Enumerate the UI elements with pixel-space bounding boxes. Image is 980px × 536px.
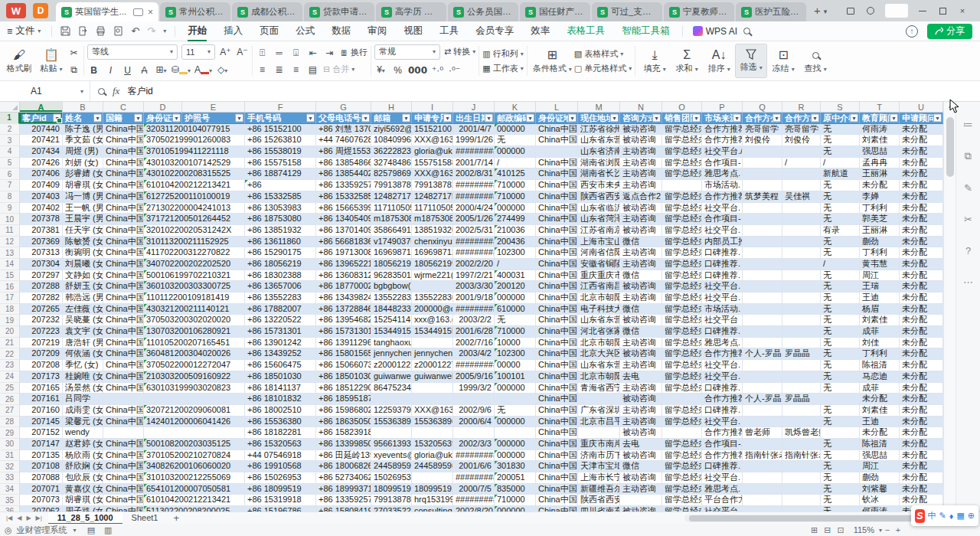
name-box[interactable]: A1 ▾ <box>0 81 90 101</box>
cell[interactable]: 刘妍 (女) <box>63 158 103 169</box>
cell[interactable]: China中国 <box>536 383 578 394</box>
cell[interactable] <box>743 293 782 304</box>
cell[interactable]: 340702200202202520 <box>144 259 245 270</box>
cell[interactable]: 黄韦慧 <box>860 259 900 270</box>
cell[interactable] <box>743 338 782 349</box>
row-header-17[interactable]: 17 <box>0 293 20 304</box>
table-style-button[interactable]: ▧ 表格样式 ▾ <box>574 48 632 60</box>
cell[interactable] <box>782 304 821 315</box>
cell[interactable]: 留学总经办 <box>662 326 702 338</box>
cell[interactable]: 未分配 <box>900 439 943 450</box>
cell[interactable]: 被动咨询 <box>620 348 662 360</box>
cell[interactable]: 留学总经办 <box>662 270 702 282</box>
plugin-icon[interactable]: ◎ <box>5 525 12 535</box>
cell[interactable]: 社交平台. <box>702 417 743 428</box>
cell[interactable]: 梁馨元 (女 <box>63 417 103 428</box>
cell[interactable]: 北京市朝阳 <box>578 338 620 349</box>
cell[interactable]: 留学总经办 <box>662 146 702 158</box>
cell[interactable]: +86 1580841990 <box>316 506 371 511</box>
cell[interactable]: 无 <box>495 405 536 417</box>
column-header-L[interactable]: L <box>536 102 578 113</box>
cell[interactable]: +86 15319918 <box>245 495 316 506</box>
number-format-select[interactable]: 常规▾ <box>374 44 440 60</box>
filter-header-cell[interactable]: 销售团队▼ <box>662 113 702 124</box>
cell[interactable]: 留学总经办 <box>662 281 702 293</box>
cell[interactable]: 口碑推荐. <box>702 270 743 282</box>
cell[interactable]: 2002/8/20 <box>453 506 495 511</box>
cell[interactable] <box>144 427 245 439</box>
cell[interactable]: 124827175 <box>371 191 412 203</box>
cell[interactable]: 留学总经办 <box>662 191 702 203</box>
cell[interactable]: 835000 <box>495 484 536 495</box>
cell[interactable]: 留学总经办 <box>662 439 702 450</box>
next-sheet-icon[interactable]: ▶ <box>26 515 31 521</box>
cell[interactable]: 未分配 <box>900 461 943 472</box>
cell[interactable] <box>412 338 453 349</box>
cell[interactable]: China中国 <box>103 506 144 511</box>
cell[interactable]: 130703200106280921 <box>144 326 245 338</box>
format-painter-button[interactable]: 🖌 格式刷 <box>3 44 35 78</box>
cell[interactable]: 612725200110100019 <box>144 191 245 203</box>
cell[interactable] <box>821 427 860 439</box>
cell[interactable]: +86 1370140948 <box>316 225 371 237</box>
cell[interactable]: 被动咨询 <box>620 315 662 326</box>
cell[interactable]: China中国 <box>103 293 144 304</box>
cell[interactable]: 135522836 <box>412 293 453 304</box>
document-tab[interactable]: S成都公积金.xlsx <box>232 2 302 21</box>
cell[interactable]: xxx@163.c <box>412 315 453 326</box>
cell[interactable]: / <box>495 259 536 270</box>
cell[interactable]: 汤景然 (女 <box>63 383 103 394</box>
cell[interactable]: 117110505 <box>371 203 412 214</box>
cell[interactable] <box>495 427 536 439</box>
cell[interactable] <box>743 383 782 394</box>
menu-tab-2[interactable]: 插入 <box>215 21 251 41</box>
cell[interactable]: 无 <box>821 203 860 214</box>
cell[interactable] <box>412 394 453 405</box>
menu-tab-9[interactable]: 会员专享 <box>467 21 522 41</box>
cell[interactable]: 重庆市南岸 <box>578 439 620 450</box>
increase-font-icon[interactable]: A⁺ <box>219 45 232 59</box>
sogou-logo-icon[interactable]: S <box>915 509 925 523</box>
cell[interactable]: 陈子逸 (男 <box>63 124 103 136</box>
menu-tab-5[interactable]: 数据 <box>323 21 359 41</box>
filter-header-cell[interactable]: 邮箱▼ <box>371 113 412 124</box>
ime-mic-icon[interactable]: ♦ <box>949 511 954 521</box>
cell[interactable]: +86 1335925706 <box>316 180 371 191</box>
cell[interactable] <box>782 506 821 511</box>
sort-button[interactable]: A↓ 排序 ▾ <box>703 44 735 78</box>
cell[interactable]: xyevents@ <box>371 450 412 462</box>
tab-close-icon[interactable]: × <box>148 7 153 18</box>
cell[interactable]: z20001227 <box>412 360 453 371</box>
cell[interactable]: China中国 <box>103 371 144 383</box>
cell[interactable]: 207161 <box>20 394 63 405</box>
row-header-3[interactable]: 3 <box>0 135 20 146</box>
cell[interactable]: 未分配 <box>900 225 943 237</box>
cell[interactable]: 180995191 <box>412 484 453 495</box>
cell[interactable]: 000000 <box>495 146 536 158</box>
cell[interactable] <box>782 472 821 484</box>
cell[interactable]: 社交平台. <box>702 225 743 237</box>
cell[interactable]: 00000 <box>495 360 536 371</box>
cell[interactable] <box>782 461 821 472</box>
cell[interactable]: 未分配 <box>900 371 943 383</box>
filter-header-cell[interactable]: 现住地址▼ <box>578 113 620 124</box>
menu-tab-12[interactable]: 智能工具箱 <box>613 21 678 41</box>
cell[interactable]: 000000 <box>495 506 536 511</box>
document-tab[interactable]: S贷款申请信息.xlsx <box>304 2 374 21</box>
cell[interactable]: China中国 <box>103 259 144 270</box>
cell[interactable]: 370105200210270824 <box>144 450 245 462</box>
cell[interactable] <box>743 461 782 472</box>
cell[interactable]: 社交平台. <box>702 293 743 304</box>
cell[interactable] <box>662 394 702 405</box>
cell[interactable]: 未分配 <box>900 360 943 371</box>
cell[interactable]: 207173 <box>20 371 63 383</box>
cell[interactable]: +86 18141137 <box>245 383 316 394</box>
cell[interactable]: 北京市朝阳 <box>578 293 620 304</box>
cell[interactable]: 去电 <box>620 439 662 450</box>
column-header-U[interactable]: U <box>900 102 943 113</box>
cell[interactable]: 2000/7/5 <box>453 484 495 495</box>
column-header-E[interactable]: E <box>182 102 245 113</box>
cell[interactable]: China中国 <box>103 495 144 506</box>
cell[interactable]: 北京市朝阳 <box>578 371 620 383</box>
cell[interactable]: chenxinyur <box>412 237 453 248</box>
